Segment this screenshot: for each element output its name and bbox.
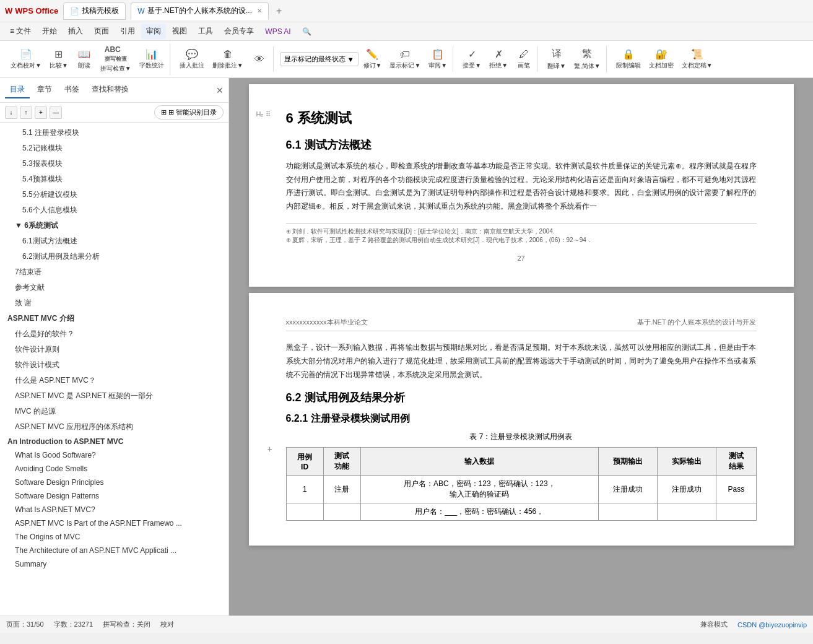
menu-view[interactable]: 视图 xyxy=(167,24,192,39)
add-tab-button[interactable]: + xyxy=(274,6,284,17)
cell-id-2 xyxy=(286,503,323,521)
toc-item-5-6[interactable]: 5.6个人信息模块 xyxy=(0,202,228,218)
doc-footnote: ⊕ 刘剑．软件可测试性检测技术研究与实现[D]：[硕士学位论文]．南京：南京航空… xyxy=(286,223,757,245)
doc-heading-main: 6 系统测试 xyxy=(286,109,757,128)
toc-item-asp1-4[interactable]: 什么是 ASP.NET MVC？ xyxy=(0,373,228,388)
toc-item-ref[interactable]: 参考文献 xyxy=(0,280,228,295)
page-header-right: 基于.NET 的个人账本系统的设计与开发 xyxy=(637,318,757,327)
doc-area[interactable]: H₂ ⠿ 6 系统测试 6.1 测试方法概述 功能测试是测试本系统的核心，即检查… xyxy=(229,78,813,616)
cell-input: 用户名：ABC，密码：123，密码确认：123，输入正确的验证码 xyxy=(360,476,598,503)
doc-encrypt-button[interactable]: 🔐 文档加密 xyxy=(646,46,677,72)
toc-item-asp2-6[interactable]: ASP.NET MVC Is Part of the ASP.NET Frame… xyxy=(0,516,228,530)
toc-item-asp1-3[interactable]: 软件设计模式 xyxy=(0,357,228,373)
col-header-actual: 实际输出 xyxy=(658,448,716,476)
sidebar-tab-bookmark[interactable]: 书签 xyxy=(59,82,84,98)
sidebar-tab-toc[interactable]: 目录 xyxy=(5,82,30,98)
toc-item-asp2-8[interactable]: The Architecture of an ASP.NET MVC Appli… xyxy=(0,544,228,557)
menu-start[interactable]: 开始 xyxy=(37,24,62,39)
toc-item-asp1-6[interactable]: MVC 的起源 xyxy=(0,404,228,419)
doc-auth-icon: 📜 xyxy=(691,48,703,60)
toc-item-summary[interactable]: Summary xyxy=(0,557,228,571)
toc-item-asp2-2[interactable]: Avoiding Code Smells xyxy=(0,462,228,476)
toc-item-6-2[interactable]: 6.2测试用例及结果分析 xyxy=(0,249,228,264)
word-count-icon: 📊 xyxy=(146,48,158,60)
menu-search-icon[interactable]: 🔍 xyxy=(297,25,316,38)
doc-body-1: 功能测试是测试本系统的核心，即检查系统的增删改查等基本功能是否正常实现。软件测试… xyxy=(286,160,757,213)
draw-button[interactable]: 🖊 画笔 xyxy=(513,47,535,72)
toc-item-5-2[interactable]: 5.2记账模块 xyxy=(0,141,228,156)
menu-page[interactable]: 页面 xyxy=(89,24,114,39)
delete-comment-icon: 🗑 xyxy=(223,49,233,60)
menu-insert[interactable]: 插入 xyxy=(63,24,88,39)
status-proofread[interactable]: 校对 xyxy=(160,620,174,629)
nav-down-button[interactable]: ↓ xyxy=(5,107,17,119)
toc-item-asp1-1[interactable]: 什么是好的软件？ xyxy=(0,326,228,342)
draw-icon: 🖊 xyxy=(519,49,529,60)
show-mark-icon: 🏷 xyxy=(400,49,410,60)
edit-track-button[interactable]: ✏️ 修订▼ xyxy=(360,46,385,72)
review-panel-button[interactable]: 📋 审阅▼ xyxy=(425,46,450,72)
smart-toc-button[interactable]: ⊞ ⊞ 智能识别目录 xyxy=(154,105,224,120)
nav-add-button[interactable]: + xyxy=(35,107,47,119)
doc-body-2: 黑盒子，设计一系列输入数据，再将输出数据与预期结果对比，看是否满足预期。对于本系… xyxy=(286,341,757,381)
status-csdn: CSDN @biyezuopinvip xyxy=(737,621,807,629)
sidebar-tab-chapter[interactable]: 章节 xyxy=(32,82,57,98)
delete-comment-button[interactable]: 🗑 删除批注▼ xyxy=(209,47,246,72)
translate-button[interactable]: 译 翻译▼ xyxy=(544,46,569,72)
cell-expected-2 xyxy=(598,503,657,521)
table-add-btn[interactable]: + xyxy=(267,444,272,454)
cell-func: 注册 xyxy=(323,476,360,503)
toc-item-asp1[interactable]: ASP.NET MVC 介绍 xyxy=(0,311,228,326)
toc-item-ack[interactable]: 致 谢 xyxy=(0,295,228,311)
menu-review[interactable]: 审阅 xyxy=(141,24,166,39)
read-button[interactable]: 📖 朗读 xyxy=(73,46,95,72)
insert-comment-button[interactable]: 💬 插入批注 xyxy=(176,46,207,72)
toc-item-7[interactable]: 7结束语 xyxy=(0,264,228,280)
simp-trad-button[interactable]: 繁 繁,简体▼ xyxy=(571,46,604,72)
spell-check-button[interactable]: ABC拼写检查 拼写检查▼ xyxy=(97,43,134,75)
toc-item-6-1[interactable]: 6.1测试方法概述 xyxy=(0,233,228,249)
doc-auth-button[interactable]: 📜 文档定稿▼ xyxy=(679,46,716,72)
tab-doc-close[interactable]: ✕ xyxy=(257,7,262,14)
doc-check-button[interactable]: 📄 文档校对▼ xyxy=(7,46,45,72)
track-dropdown[interactable]: 显示标记的最终状态 ▼ xyxy=(280,52,359,66)
tab-doc[interactable]: W 基于.NET的个人账本系统的设... ✕ xyxy=(131,2,269,20)
toc-item-asp1-5[interactable]: ASP.NET MVC 是 ASP.NET 框架的一部分 xyxy=(0,388,228,404)
sidebar-tab-findreplace[interactable]: 查找和替换 xyxy=(87,82,134,98)
toc-item-asp2-3[interactable]: Software Design Principles xyxy=(0,476,228,489)
doc-page-1: H₂ ⠿ 6 系统测试 6.1 测试方法概述 功能测试是测试本系统的核心，即检查… xyxy=(249,84,794,287)
toc-item-asp1-2[interactable]: 软件设计原则 xyxy=(0,342,228,357)
toc-item-asp2-1[interactable]: What Is Good Software? xyxy=(0,448,228,462)
menu-vip[interactable]: 会员专享 xyxy=(219,24,259,39)
nav-up-button[interactable]: ↑ xyxy=(20,107,32,119)
status-spell-check: 拼写检查：关闭 xyxy=(103,620,150,629)
toc-item-5-1[interactable]: 5.1 注册登录模块 xyxy=(0,125,228,141)
nav-remove-button[interactable]: — xyxy=(50,107,62,119)
translate-icon: 译 xyxy=(552,48,562,61)
toc-item-asp2-7[interactable]: The Origins of MVC xyxy=(0,530,228,544)
reject-button[interactable]: ✗ 拒绝▼ xyxy=(486,46,511,72)
show-comment-button[interactable]: 👁 xyxy=(248,52,271,67)
cell-result-2 xyxy=(716,503,756,521)
menu-wps-ai[interactable]: WPS AI xyxy=(260,25,295,38)
word-count-button[interactable]: 📊 字数统计 xyxy=(136,46,167,72)
reject-icon: ✗ xyxy=(495,48,503,60)
toc-item-5-3[interactable]: 5.3报表模块 xyxy=(0,156,228,172)
menu-file[interactable]: ≡ 文件 xyxy=(5,24,36,39)
sidebar-close-button[interactable]: ✕ xyxy=(216,85,224,95)
toc-item-6[interactable]: ▼ 6系统测试 xyxy=(0,218,228,233)
toolbar-group-comments: 💬 插入批注 🗑 删除批注▼ 👁 xyxy=(174,46,274,72)
restrict-edit-button[interactable]: 🔒 限制编辑 xyxy=(613,46,644,72)
toc-item-5-4[interactable]: 5.4预算模块 xyxy=(0,172,228,187)
compare-button[interactable]: ⊞ 比较▼ xyxy=(46,46,71,72)
toc-item-asp2[interactable]: An Introduction to ASP.NET MVC xyxy=(0,435,228,448)
accept-button[interactable]: ✓ 接受▼ xyxy=(459,46,484,72)
toc-item-asp1-7[interactable]: ASP.NET MVC 应用程序的体系结构 xyxy=(0,419,228,435)
toc-item-asp2-5[interactable]: What Is ASP.NET MVC? xyxy=(0,503,228,516)
toc-item-5-5[interactable]: 5.5分析建议模块 xyxy=(0,187,228,202)
toc-item-asp2-4[interactable]: Software Design Patterns xyxy=(0,489,228,503)
menu-tools[interactable]: 工具 xyxy=(193,24,218,39)
tab-template[interactable]: 📄 找稿壳模板 xyxy=(63,2,126,20)
menu-ref[interactable]: 引用 xyxy=(115,24,140,39)
show-mark-button[interactable]: 🏷 显示标记▼ xyxy=(386,47,424,72)
